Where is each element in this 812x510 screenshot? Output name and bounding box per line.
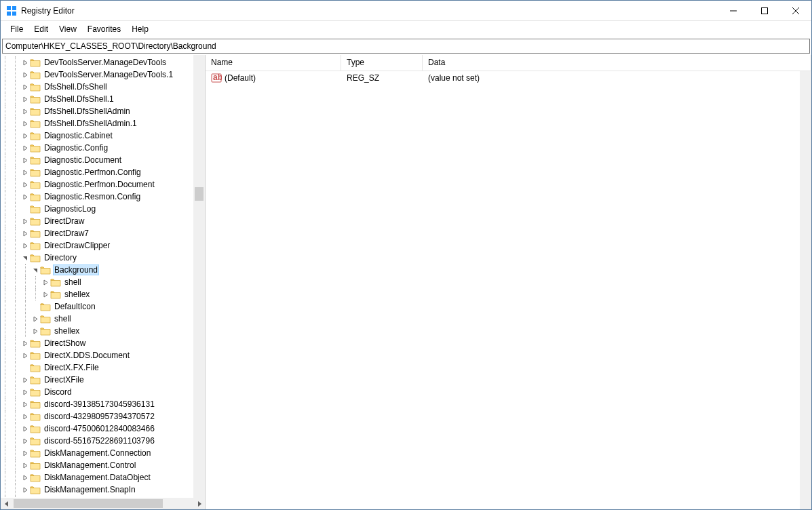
- expand-toggle-icon[interactable]: [21, 107, 30, 116]
- expand-toggle-icon[interactable]: [21, 193, 30, 201]
- tree-node[interactable]: DirectShow: [1, 337, 205, 349]
- expand-toggle-icon[interactable]: [21, 71, 30, 79]
- tree-node[interactable]: DiskManagement.DataObject: [1, 471, 205, 484]
- expand-toggle-icon[interactable]: [31, 327, 40, 336]
- address-bar[interactable]: Computer\HKEY_CLASSES_ROOT\Directory\Bac…: [2, 39, 810, 54]
- tree-node[interactable]: DfsShell.DfsShellAdmin.1: [1, 117, 205, 130]
- expand-toggle-icon[interactable]: [21, 144, 30, 153]
- folder-icon: [50, 290, 61, 299]
- expand-toggle-icon[interactable]: [21, 119, 30, 128]
- expand-toggle-icon[interactable]: [21, 486, 30, 494]
- tree-node[interactable]: DirectDraw: [1, 215, 205, 227]
- tree-node[interactable]: DiskManagement.Connection: [1, 447, 205, 459]
- expand-toggle-icon[interactable]: [21, 364, 30, 372]
- expand-toggle-icon[interactable]: [21, 229, 30, 238]
- tree-node[interactable]: shell: [1, 313, 205, 325]
- tree-node[interactable]: Diagnostic.Cabinet: [1, 130, 205, 142]
- tree-node[interactable]: DefaultIcon: [1, 300, 205, 313]
- expand-toggle-icon[interactable]: [21, 205, 30, 214]
- tree-node[interactable]: discord-475006012840083466: [1, 423, 205, 435]
- tree-node-label: DiskManagement.Control: [43, 460, 137, 470]
- registry-tree[interactable]: DevToolsServer.ManageDevToolsDevToolsSer…: [1, 55, 205, 498]
- expand-toggle-icon[interactable]: [21, 168, 30, 177]
- menu-view[interactable]: View: [54, 23, 82, 35]
- tree-node[interactable]: DfsShell.DfsShell.1: [1, 93, 205, 105]
- expand-toggle-icon[interactable]: [21, 241, 30, 250]
- expand-toggle-icon[interactable]: [31, 315, 40, 323]
- expand-toggle-icon[interactable]: [41, 278, 50, 287]
- tree-node[interactable]: Discord: [1, 386, 205, 398]
- menu-help[interactable]: Help: [126, 23, 154, 35]
- tree-vertical-scrollbar[interactable]: [193, 55, 205, 498]
- tree-node[interactable]: DiskManagement.Control: [1, 459, 205, 471]
- expand-toggle-icon[interactable]: [21, 339, 30, 348]
- expand-toggle-icon[interactable]: [41, 290, 50, 299]
- tree-node[interactable]: Diagnostic.Config: [1, 142, 205, 154]
- values-vertical-scrollbar[interactable]: [800, 71, 811, 509]
- tree-node[interactable]: DevToolsServer.ManageDevTools: [1, 56, 205, 68]
- column-data[interactable]: Data: [423, 55, 811, 71]
- expand-toggle-icon[interactable]: [21, 461, 30, 470]
- scrollbar-thumb[interactable]: [14, 499, 163, 508]
- tree-node[interactable]: shell: [1, 276, 205, 288]
- tree-node[interactable]: discord-432980957394370572: [1, 410, 205, 423]
- expand-toggle-icon[interactable]: [21, 254, 30, 262]
- tree-node[interactable]: Diagnostic.Perfmon.Config: [1, 166, 205, 178]
- column-type[interactable]: Type: [341, 55, 423, 71]
- svg-marker-11: [24, 97, 27, 102]
- tree-node[interactable]: DfsShell.DfsShell: [1, 81, 205, 93]
- tree-node[interactable]: DevToolsServer.ManageDevTools.1: [1, 68, 205, 81]
- value-row[interactable]: ab(Default)REG_SZ(value not set): [206, 71, 811, 85]
- expand-toggle-icon[interactable]: [21, 425, 30, 433]
- expand-toggle-icon[interactable]: [21, 351, 30, 360]
- expand-toggle-icon[interactable]: [21, 83, 30, 92]
- scroll-right-arrow[interactable]: [193, 498, 205, 509]
- expand-toggle-icon[interactable]: [31, 302, 40, 311]
- menu-bar: File Edit View Favorites Help: [1, 21, 811, 37]
- tree-node-label: DirectDraw7: [43, 229, 90, 238]
- expand-toggle-icon[interactable]: [21, 449, 30, 458]
- column-name[interactable]: Name: [206, 55, 341, 71]
- tree-node[interactable]: shellex: [1, 325, 205, 337]
- tree-node[interactable]: DiagnosticLog: [1, 203, 205, 215]
- tree-node[interactable]: shellex: [1, 288, 205, 300]
- tree-node[interactable]: DirectDraw7: [1, 227, 205, 239]
- expand-toggle-icon[interactable]: [21, 376, 30, 385]
- tree-node[interactable]: DiskManagement.SnapIn: [1, 484, 205, 496]
- expand-toggle-icon[interactable]: [21, 388, 30, 397]
- tree-node[interactable]: DirectX.FX.File: [1, 361, 205, 374]
- expand-toggle-icon[interactable]: [21, 217, 30, 226]
- menu-favorites[interactable]: Favorites: [82, 23, 126, 35]
- tree-node[interactable]: Directory: [1, 252, 205, 264]
- scroll-left-arrow[interactable]: [1, 498, 12, 509]
- expand-toggle-icon[interactable]: [21, 400, 30, 409]
- expand-toggle-icon[interactable]: [21, 58, 30, 67]
- expand-toggle-icon[interactable]: [21, 156, 30, 165]
- menu-file[interactable]: File: [5, 23, 28, 35]
- expand-toggle-icon[interactable]: [21, 473, 30, 482]
- tree-node[interactable]: Diagnostic.Document: [1, 154, 205, 166]
- expand-toggle-icon[interactable]: [21, 437, 30, 446]
- tree-node[interactable]: Diagnostic.Resmon.Config: [1, 191, 205, 203]
- tree-node[interactable]: DirectXFile: [1, 374, 205, 386]
- maximize-button[interactable]: [749, 1, 780, 21]
- minimize-button[interactable]: [718, 1, 749, 21]
- expand-toggle-icon[interactable]: [21, 132, 30, 140]
- tree-horizontal-scrollbar[interactable]: [1, 498, 205, 509]
- scrollbar-thumb[interactable]: [195, 187, 204, 201]
- tree-node[interactable]: DirectDrawClipper: [1, 239, 205, 252]
- tree-node[interactable]: DfsShell.DfsShellAdmin: [1, 105, 205, 117]
- expand-toggle-icon[interactable]: [21, 412, 30, 421]
- expand-toggle-icon[interactable]: [21, 180, 30, 189]
- svg-marker-22: [24, 243, 27, 248]
- tree-node[interactable]: discord-551675228691103796: [1, 435, 205, 447]
- tree-node[interactable]: Diagnostic.Perfmon.Document: [1, 178, 205, 191]
- tree-node[interactable]: discord-391385173045936131: [1, 398, 205, 410]
- tree-node[interactable]: DirectX.DDS.Document: [1, 349, 205, 361]
- tree-node[interactable]: Background: [1, 264, 205, 276]
- menu-edit[interactable]: Edit: [28, 23, 54, 35]
- expand-toggle-icon[interactable]: [31, 266, 40, 275]
- values-list[interactable]: ab(Default)REG_SZ(value not set): [206, 71, 811, 85]
- close-button[interactable]: [780, 1, 811, 21]
- expand-toggle-icon[interactable]: [21, 95, 30, 104]
